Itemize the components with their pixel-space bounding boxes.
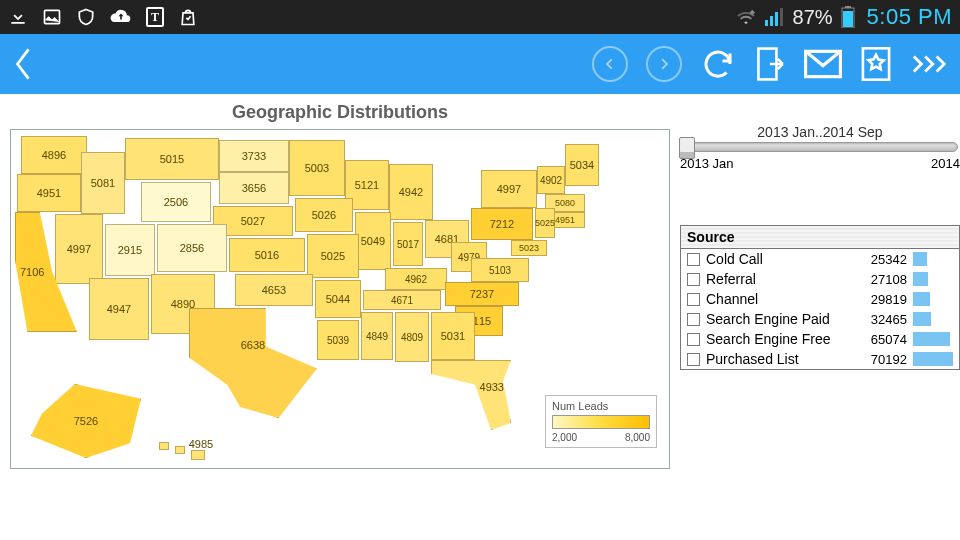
legend-gradient xyxy=(552,415,650,429)
nav-prev-button[interactable] xyxy=(592,46,628,82)
source-row[interactable]: Channel29819 xyxy=(681,289,959,309)
slider-end-label: 2014 xyxy=(931,156,960,171)
state-az[interactable]: 4947 xyxy=(89,278,149,340)
checkbox[interactable] xyxy=(687,333,700,346)
source-row[interactable]: Search Engine Paid32465 xyxy=(681,309,959,329)
state-la[interactable]: 5039 xyxy=(317,320,359,360)
cloud-upload-icon xyxy=(110,7,132,27)
date-slider[interactable]: 2013 Jan..2014 Sep 2013 Jan 2014 xyxy=(680,124,960,171)
wifi-icon xyxy=(735,8,757,26)
source-row[interactable]: Cold Call25342 xyxy=(681,249,959,269)
shopping-bag-icon xyxy=(178,6,198,28)
state-md[interactable]: 5023 xyxy=(511,240,547,256)
state-ok[interactable]: 4653 xyxy=(235,274,313,306)
state-ks[interactable]: 5016 xyxy=(229,238,305,272)
source-label: Referral xyxy=(706,271,853,287)
source-bar xyxy=(913,312,953,326)
state-me[interactable]: 5034 xyxy=(565,144,599,186)
source-row[interactable]: Referral27108 xyxy=(681,269,959,289)
android-status-bar: T 87% 5:05 PM xyxy=(0,0,960,34)
state-mn[interactable]: 5003 xyxy=(289,140,345,196)
state-ky[interactable]: 4962 xyxy=(385,268,447,290)
source-bar xyxy=(913,332,953,346)
state-ny[interactable]: 4997 xyxy=(481,170,537,208)
state-mi[interactable]: 4942 xyxy=(389,164,433,220)
favorite-button[interactable] xyxy=(860,47,892,81)
checkbox[interactable] xyxy=(687,293,700,306)
us-map[interactable]: 4896 4951 5081 5015 3733 5003 5121 4942 … xyxy=(10,129,670,469)
signal-icon xyxy=(765,8,785,26)
state-pa[interactable]: 7212 xyxy=(471,208,533,240)
source-value: 27108 xyxy=(859,272,907,287)
export-button[interactable] xyxy=(754,46,786,82)
state-ga[interactable]: 5031 xyxy=(431,312,475,360)
download-icon xyxy=(8,7,28,27)
state-nv[interactable]: 4997 xyxy=(55,214,103,284)
slider-track[interactable] xyxy=(682,142,958,152)
state-nc[interactable]: 7237 xyxy=(445,282,519,306)
state-sd[interactable]: 3656 xyxy=(219,172,289,204)
shield-icon xyxy=(76,7,96,27)
state-ia[interactable]: 5026 xyxy=(295,198,353,232)
page-title: Geographic Distributions xyxy=(0,94,680,129)
source-bar xyxy=(913,352,953,366)
source-table-header: Source xyxy=(681,226,959,249)
source-label: Channel xyxy=(706,291,853,307)
clock: 5:05 PM xyxy=(867,4,952,30)
slider-range-label: 2013 Jan..2014 Sep xyxy=(680,124,960,140)
source-value: 29819 xyxy=(859,292,907,307)
battery-icon xyxy=(841,6,855,28)
state-or[interactable]: 4951 xyxy=(17,174,81,212)
state-mt[interactable]: 5015 xyxy=(125,138,219,180)
checkbox[interactable] xyxy=(687,353,700,366)
svg-rect-5 xyxy=(780,8,783,26)
source-label: Purchased List xyxy=(706,351,853,367)
checkbox[interactable] xyxy=(687,253,700,266)
state-tn[interactable]: 4671 xyxy=(363,290,441,310)
source-label: Cold Call xyxy=(706,251,853,267)
svg-rect-8 xyxy=(843,11,853,27)
back-button[interactable] xyxy=(12,45,52,83)
battery-percent: 87% xyxy=(793,6,833,29)
source-bar xyxy=(913,272,953,286)
checkbox[interactable] xyxy=(687,313,700,326)
app-header xyxy=(0,34,960,94)
source-row[interactable]: Purchased List70192 xyxy=(681,349,959,369)
state-wy[interactable]: 2506 xyxy=(141,182,211,222)
state-ak[interactable]: 7526 xyxy=(31,384,141,458)
svg-rect-3 xyxy=(770,16,773,26)
state-id[interactable]: 5081 xyxy=(81,152,125,214)
state-wa[interactable]: 4896 xyxy=(21,136,87,174)
source-table: Source Cold Call25342Referral27108Channe… xyxy=(680,225,960,370)
map-legend: Num Leads 2,000 8,000 xyxy=(545,395,657,448)
slider-thumb[interactable] xyxy=(679,137,695,159)
state-mo[interactable]: 5025 xyxy=(307,234,359,278)
state-vt[interactable]: 4902 xyxy=(537,166,565,194)
state-al[interactable]: 4809 xyxy=(395,312,429,362)
source-value: 32465 xyxy=(859,312,907,327)
state-tx[interactable]: 6638 xyxy=(189,308,317,418)
state-ms[interactable]: 4849 xyxy=(361,312,393,360)
refresh-button[interactable] xyxy=(700,46,736,82)
state-fl[interactable]: 4933 xyxy=(431,360,511,430)
state-il[interactable]: 5049 xyxy=(355,212,391,270)
image-icon xyxy=(42,7,62,27)
nytimes-icon: T xyxy=(146,7,164,27)
state-ar[interactable]: 5044 xyxy=(315,280,361,318)
svg-rect-4 xyxy=(775,12,778,26)
more-button[interactable] xyxy=(910,52,948,76)
nav-next-button[interactable] xyxy=(646,46,682,82)
state-va[interactable]: 5103 xyxy=(471,258,529,282)
legend-title: Num Leads xyxy=(552,400,650,412)
mail-button[interactable] xyxy=(804,49,842,79)
source-label: Search Engine Paid xyxy=(706,311,853,327)
state-nj[interactable]: 5025 xyxy=(535,208,555,238)
state-co[interactable]: 2856 xyxy=(157,224,227,272)
state-in[interactable]: 5017 xyxy=(393,222,423,266)
state-ut[interactable]: 2915 xyxy=(105,224,155,276)
source-row[interactable]: Search Engine Free65074 xyxy=(681,329,959,349)
state-nd[interactable]: 3733 xyxy=(219,140,289,172)
source-value: 70192 xyxy=(859,352,907,367)
source-bar xyxy=(913,252,953,266)
checkbox[interactable] xyxy=(687,273,700,286)
